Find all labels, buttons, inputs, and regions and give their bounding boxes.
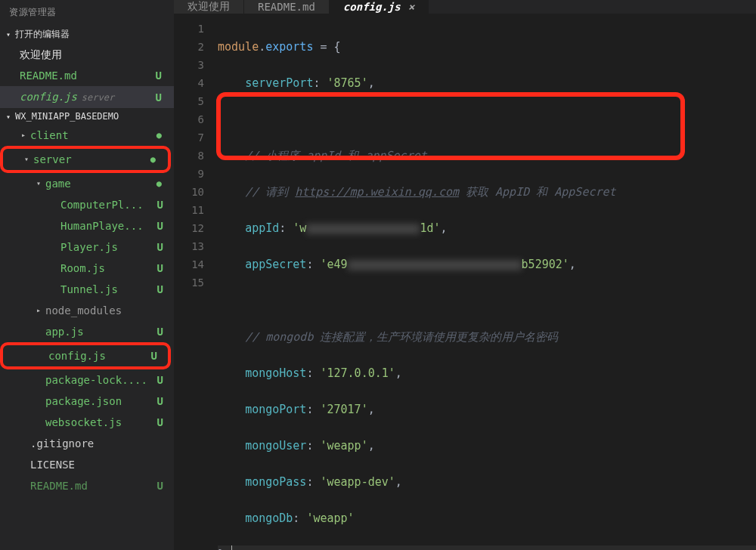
tab-config[interactable]: config.js ×	[330, 0, 429, 14]
git-dot-icon: ●	[156, 175, 162, 192]
line-number: 15	[174, 273, 204, 292]
git-dot-icon: ●	[156, 127, 162, 144]
git-status: U	[156, 67, 162, 84]
folder-name: game	[45, 175, 156, 192]
text-cursor	[231, 545, 232, 550]
explorer-sidebar: 资源管理器 ▾ 打开的编辑器 欢迎使用 README.md U config.j…	[0, 0, 174, 550]
folder-name: client	[30, 127, 156, 144]
tab-readme[interactable]: README.md	[244, 0, 330, 14]
line-number: 8	[174, 147, 204, 165]
tab-label: 欢迎使用	[187, 0, 230, 14]
annotation-box: config.jsU	[0, 342, 171, 369]
open-editors-header[interactable]: ▾ 打开的编辑器	[0, 25, 174, 44]
file-label: 欢迎使用	[20, 46, 166, 63]
line-number: 4	[174, 74, 204, 92]
folder-row[interactable]: ▸node_modules	[0, 300, 174, 321]
line-number: 6	[174, 110, 204, 128]
file-label: README.md	[20, 67, 156, 84]
git-status: U	[157, 196, 163, 213]
file-tree: ▸client●▾server●▾game● ComputerPl...U Hu…	[0, 125, 174, 496]
folder-name: node_modules	[45, 302, 168, 319]
file-row[interactable]: websocket.jsU	[0, 412, 174, 433]
tab-label: README.md	[258, 1, 315, 13]
annotation-box: ▾server●	[0, 146, 171, 173]
line-number: 14	[174, 255, 204, 273]
chevron-down-icon: ▾	[6, 113, 14, 121]
open-editor-item[interactable]: 欢迎使用	[0, 44, 174, 65]
file-name: .gitignore	[30, 435, 168, 452]
file-name: ComputerPl...	[60, 196, 157, 213]
line-number: 10	[174, 183, 204, 201]
project-name: WX_MINIAPP_BASEDEMO	[15, 111, 119, 122]
line-number: 1	[174, 20, 204, 38]
line-number: 3	[174, 56, 204, 74]
file-row[interactable]: Player.jsU	[0, 236, 174, 258]
file-row[interactable]: ComputerPl...U	[0, 194, 174, 215]
open-editor-item[interactable]: README.md U	[0, 65, 174, 86]
close-icon[interactable]: ×	[408, 1, 414, 13]
chevron-down-icon: ▾	[6, 30, 14, 39]
file-row[interactable]: Tunnel.jsU	[0, 279, 174, 300]
git-status: U	[157, 260, 163, 277]
git-status: U	[157, 218, 163, 234]
line-number: 11	[174, 201, 204, 219]
open-editors-label: 打开的编辑器	[15, 28, 70, 41]
tab-bar: 欢迎使用 README.md config.js ×	[174, 0, 756, 14]
code-content[interactable]: module.exports = { serverPort: '8765', /…	[218, 20, 756, 550]
file-name: HumanPlaye...	[60, 218, 157, 234]
file-name: LICENSE	[30, 456, 168, 473]
folder-name: server	[33, 151, 150, 168]
git-status: U	[157, 372, 163, 388]
open-editor-item[interactable]: config.jsserver U	[0, 86, 174, 108]
file-label: config.jsserver	[20, 88, 156, 106]
line-number: 9	[174, 165, 204, 183]
line-number: 2	[174, 38, 204, 56]
file-path-label: server	[82, 92, 114, 103]
line-number: 13	[174, 237, 204, 255]
explorer-title: 资源管理器	[0, 0, 174, 25]
git-dot-icon: ●	[150, 151, 156, 168]
file-row[interactable]: package.jsonU	[0, 391, 174, 412]
git-status: U	[151, 348, 157, 364]
open-editors-list: 欢迎使用 README.md U config.jsserver U	[0, 44, 174, 108]
folder-row[interactable]: ▾game●	[0, 173, 174, 194]
file-row[interactable]: config.jsU	[3, 345, 168, 366]
folder-row[interactable]: ▾server●	[3, 149, 168, 170]
file-name: package.json	[45, 393, 157, 409]
git-status: U	[157, 239, 163, 255]
file-row[interactable]: package-lock....U	[0, 369, 174, 391]
file-row[interactable]: HumanPlaye...U	[0, 215, 174, 236]
file-name: websocket.js	[45, 414, 157, 431]
chevron-right-icon: ▸	[21, 127, 29, 144]
folder-row[interactable]: ▸client●	[0, 125, 174, 146]
file-row[interactable]: Room.jsU	[0, 258, 174, 279]
chevron-down-icon: ▾	[36, 175, 44, 192]
file-name: app.js	[45, 323, 157, 340]
tab-welcome[interactable]: 欢迎使用	[174, 0, 244, 14]
line-number: 7	[174, 128, 204, 147]
line-number: 12	[174, 219, 204, 237]
git-status: U	[156, 89, 162, 106]
file-name: README.md	[30, 477, 157, 494]
file-row[interactable]: LICENSE	[0, 454, 174, 475]
editor-area: 欢迎使用 README.md config.js × 1234567891011…	[174, 0, 756, 550]
git-status: U	[157, 393, 163, 409]
file-name: package-lock....	[45, 372, 157, 388]
chevron-down-icon: ▾	[24, 151, 32, 168]
git-status: U	[157, 281, 163, 298]
file-name: Room.js	[60, 260, 157, 277]
chevron-right-icon: ▸	[36, 302, 44, 319]
file-row[interactable]: README.mdU	[0, 475, 174, 496]
git-status: U	[157, 323, 163, 340]
project-header[interactable]: ▾ WX_MINIAPP_BASEDEMO	[0, 108, 174, 125]
line-number-gutter: 123456789101112131415	[174, 20, 218, 550]
line-number: 5	[174, 92, 204, 110]
file-row[interactable]: app.jsU	[0, 321, 174, 342]
git-status: U	[157, 477, 163, 494]
file-name: Tunnel.js	[60, 281, 157, 298]
file-row[interactable]: .gitignore	[0, 433, 174, 454]
file-name: Player.js	[60, 239, 157, 255]
git-status: U	[157, 414, 163, 431]
code-editor[interactable]: 123456789101112131415 module.exports = {…	[174, 14, 756, 550]
file-name: config.js	[48, 348, 151, 364]
